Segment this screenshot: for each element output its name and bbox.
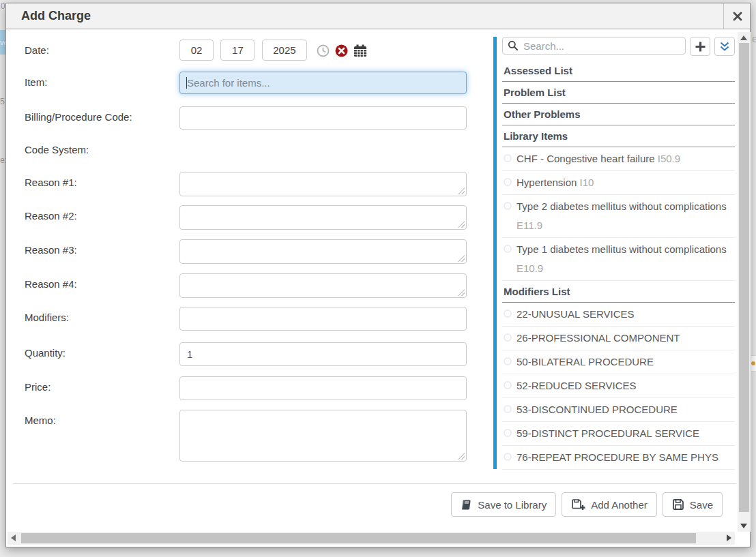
clear-date-button[interactable] (335, 44, 348, 57)
panel-search-input[interactable] (502, 37, 686, 55)
clear-circle-x-icon (335, 44, 348, 57)
save-to-library-button[interactable]: Save to Library (451, 492, 556, 517)
add-charge-dialog: Add Charge Date: (5, 3, 751, 547)
add-another-button[interactable]: Add Another (562, 492, 657, 517)
modifier-item-text: 22-UNUSUAL SERVICES (517, 305, 635, 324)
radio-icon (504, 429, 512, 437)
vertical-scroll-thumb[interactable] (739, 43, 749, 512)
radio-icon (504, 381, 512, 389)
billing-code-input[interactable] (179, 106, 467, 130)
reason1-textarea[interactable] (179, 172, 467, 196)
modifier-item-text: 26-PROFESSIONAL COMPONENT (517, 329, 680, 348)
library-item-text: CHF - Congestive heart failure (517, 153, 655, 164)
radio-icon (504, 310, 512, 318)
modifier-item[interactable]: 52-REDUCED SERVICES (502, 374, 735, 398)
modifiers-input[interactable] (179, 307, 467, 331)
calendar-icon (353, 44, 367, 57)
reason1-label: Reason #1: (25, 177, 77, 188)
modifier-item[interactable]: 50-BILATERAL PROCEDURE (502, 350, 735, 374)
vertical-scrollbar[interactable] (738, 32, 751, 532)
library-item[interactable]: CHF - Congestive heart failure I50.9 (502, 147, 735, 171)
add-another-label: Add Another (591, 499, 648, 511)
reason4-textarea[interactable] (179, 273, 467, 298)
dialog-header: Add Charge (6, 3, 750, 29)
code-system-label: Code System: (25, 144, 89, 155)
backdrop-fragment: 0 (1, 1, 5, 11)
library-item-code: I10 (580, 177, 594, 188)
radio-icon (504, 333, 512, 342)
modifier-item[interactable]: 26-PROFESSIONAL COMPONENT (502, 327, 735, 350)
reason3-textarea[interactable] (179, 239, 467, 264)
book-icon (461, 499, 472, 511)
search-icon (508, 40, 519, 51)
radio-icon (504, 202, 512, 210)
date-month-input[interactable] (179, 40, 214, 61)
backdrop-fragment (751, 355, 756, 372)
horizontal-scroll-thumb[interactable] (21, 533, 696, 543)
scroll-left-icon[interactable] (11, 535, 16, 541)
save-plus-icon (571, 498, 585, 511)
scroll-right-icon[interactable] (727, 535, 731, 541)
library-item[interactable]: Type 2 diabetes mellitus without complic… (502, 195, 735, 238)
modifier-item[interactable]: 53-DISCONTINUED PROCEDURE (502, 398, 735, 422)
close-button[interactable] (724, 3, 751, 29)
item-label: Item: (25, 76, 47, 88)
library-item-code: E10.9 (517, 259, 727, 278)
section-header-modifiers-list: Modifiers List (502, 281, 735, 303)
price-label: Price: (25, 381, 50, 393)
reason4-label: Reason #4: (25, 278, 77, 290)
library-item-text: Type 2 diabetes mellitus without complic… (517, 200, 727, 212)
radio-icon (504, 178, 512, 186)
clock-icon (317, 44, 330, 57)
billing-code-label: Billing/Procedure Code: (25, 111, 132, 123)
library-item-text: Hypertension (517, 177, 577, 188)
time-button[interactable] (317, 44, 330, 57)
reason2-textarea[interactable] (179, 205, 467, 230)
panel-accent-bar (493, 37, 497, 469)
text-caret (186, 77, 187, 89)
library-item-code: E11.9 (517, 216, 727, 235)
radio-icon (504, 453, 512, 461)
library-item[interactable]: Hypertension I10 (502, 171, 735, 195)
section-header-library-items: Library Items (502, 125, 735, 147)
modifier-item-text: 53-DISCONTINUED PROCEDURE (517, 400, 678, 419)
diagnosis-panel: Assessed List Problem List Other Problem… (502, 37, 735, 470)
radio-icon (504, 405, 512, 413)
close-icon (733, 12, 742, 21)
scroll-up-icon[interactable] (740, 35, 747, 40)
modifiers-label: Modifiers: (25, 312, 69, 323)
date-year-input[interactable] (262, 40, 307, 61)
save-to-library-label: Save to Library (478, 499, 547, 511)
footer-divider (13, 483, 736, 484)
library-item[interactable]: Type 1 diabetes mellitus without complic… (502, 238, 735, 281)
dialog-title: Add Charge (21, 3, 91, 29)
plus-icon (695, 42, 706, 52)
date-day-input[interactable] (220, 40, 255, 61)
item-search-input[interactable] (179, 72, 467, 94)
modifier-item-text: 52-REDUCED SERVICES (517, 376, 637, 395)
add-item-button[interactable] (690, 37, 710, 56)
quantity-input[interactable] (179, 342, 467, 366)
modifier-item[interactable]: 59-DISTINCT PROCEDURAL SERVICE (502, 422, 735, 446)
save-icon (672, 498, 684, 511)
expand-all-button[interactable] (714, 37, 735, 56)
modifier-item-text: 50-BILATERAL PROCEDURE (517, 352, 654, 372)
calendar-button[interactable] (353, 44, 367, 57)
scroll-down-icon[interactable] (740, 524, 747, 528)
memo-textarea[interactable] (179, 410, 467, 462)
section-header-assessed-list: Assessed List (502, 60, 735, 82)
price-input[interactable] (179, 376, 467, 400)
modifier-item-text: 76-REPEAT PROCEDURE BY SAME PHYS (517, 448, 718, 467)
reason2-label: Reason #2: (25, 210, 77, 222)
horizontal-scrollbar[interactable] (8, 532, 735, 545)
backdrop-fragment: ve (0, 30, 5, 55)
modifier-item-text: 59-DISTINCT PROCEDURAL SERVICE (517, 424, 699, 443)
modifier-item[interactable]: 22-UNUSUAL SERVICES (502, 303, 735, 327)
save-label: Save (690, 499, 713, 511)
modifier-item[interactable]: 76-REPEAT PROCEDURE BY SAME PHYS (502, 446, 735, 470)
quantity-label: Quantity: (25, 347, 66, 359)
radio-icon (504, 357, 512, 365)
backdrop-fragment: 5 (0, 97, 5, 106)
save-button[interactable]: Save (663, 492, 723, 517)
reason3-label: Reason #3: (25, 244, 77, 256)
